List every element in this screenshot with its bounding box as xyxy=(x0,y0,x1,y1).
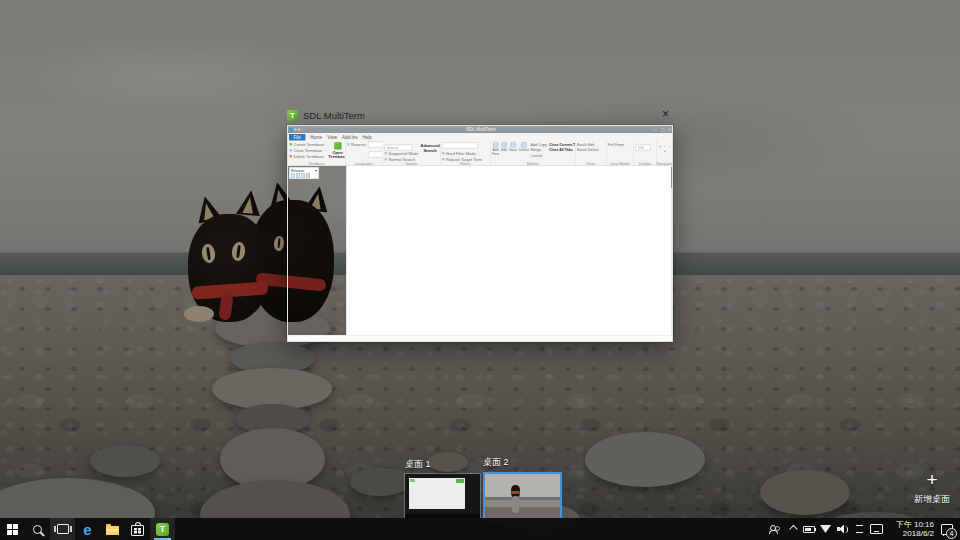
touch-keyboard-button[interactable] xyxy=(868,518,885,540)
group-languages: Reverse Languages xyxy=(346,141,384,166)
group-search: Search Sequential Mode Normal Search Adv… xyxy=(383,141,441,166)
add-new-icon xyxy=(493,142,499,148)
touch-keyboard-icon xyxy=(870,524,883,534)
group-display: 100 Display xyxy=(634,141,657,166)
edit-button: Edit xyxy=(501,148,507,152)
filter-dropdown xyxy=(442,143,478,149)
group-label: Display xyxy=(634,161,656,166)
desktop-2-stones-decor xyxy=(512,496,519,513)
browse-panel: Browse ▾ xyxy=(289,167,319,179)
group-label: Filters xyxy=(441,161,491,166)
multiterm-app-icon: T xyxy=(287,110,298,121)
desktop-1-thumbnail[interactable] xyxy=(405,474,480,518)
open-termbase-icon xyxy=(334,142,342,150)
battery-button[interactable] xyxy=(800,518,817,540)
new-desktop-button[interactable]: + 新增桌面 xyxy=(903,470,960,506)
taskbar: e T 下午 10:16 201 xyxy=(0,518,960,540)
task-view-button[interactable] xyxy=(50,518,75,540)
app-statusbar xyxy=(288,335,673,342)
system-tray: 下午 10:16 2018/6/2 4 xyxy=(766,518,960,540)
window-preview-title: SDL MultiTerm xyxy=(303,110,365,121)
people-icon-part xyxy=(769,530,778,534)
action-center-button[interactable]: 4 xyxy=(937,518,957,540)
source-language-dropdown xyxy=(368,142,383,148)
volume-button[interactable] xyxy=(834,518,851,540)
desktop-2-wallpaper-decor xyxy=(485,474,560,520)
ribbon-groups: Create Termbase Close Termbase Delete Te… xyxy=(288,141,673,166)
browse-label: Browse xyxy=(291,168,304,173)
chevron-up-icon xyxy=(789,525,797,533)
app-content-area xyxy=(346,166,673,335)
desktop-1-label: 桌面 1 xyxy=(405,458,480,471)
desktop-1-green-decor xyxy=(410,479,415,482)
display-spinner: 100 xyxy=(636,145,651,151)
cancel-button: Cancel xyxy=(531,153,547,159)
start-button[interactable] xyxy=(0,518,25,540)
full-form-button: Full Form xyxy=(608,142,632,148)
close-icon: ✕ xyxy=(668,127,671,132)
show-hidden-icons-button[interactable] xyxy=(783,518,800,540)
window-preview[interactable]: T SDL MultiTerm × SDL MultiTerm — ▢ ✕ xyxy=(287,108,673,342)
group-label: Tasks xyxy=(576,161,607,166)
scrollbar-thumb xyxy=(671,167,673,188)
navigation-arrows-icon: « ‹ › » xyxy=(658,145,673,154)
browse-toolbar-icons xyxy=(290,173,319,179)
ribbon-tabs: File Home View Add-Ins Help xyxy=(288,133,673,141)
edge-button[interactable]: e xyxy=(75,518,100,540)
store-icon xyxy=(131,525,144,536)
multiterm-window-thumbnail[interactable]: SDL MultiTerm — ▢ ✕ File Home View Add-I… xyxy=(287,125,673,342)
new-desktop-plus-icon: + xyxy=(903,470,960,489)
store-button[interactable] xyxy=(125,518,150,540)
group-input-model: Full Form Input Model xyxy=(607,141,635,166)
maximize-icon: ▢ xyxy=(661,127,665,132)
desktop-1-green-decor xyxy=(456,479,464,483)
target-language-dropdown xyxy=(368,152,383,158)
app-body: Browse ▾ xyxy=(288,166,673,335)
group-label: Search xyxy=(383,161,440,166)
edit-icon xyxy=(501,142,507,148)
close-window-button[interactable]: × xyxy=(662,108,669,120)
batch-delete-button: Batch Delete xyxy=(577,147,605,153)
group-editing: Add New Edit Save Delete Add Copy Merge … xyxy=(491,141,576,166)
open-termbase-button: Open Termbase xyxy=(326,150,345,159)
browse-toolbar-icon xyxy=(301,174,305,178)
minimize-icon: — xyxy=(653,127,657,132)
group-label: Languages xyxy=(346,161,383,166)
desktop-1[interactable]: 桌面 1 xyxy=(405,458,480,518)
clock-date: 2018/6/2 xyxy=(888,529,934,539)
group-label: Editing xyxy=(491,161,576,166)
ribbon: File Home View Add-Ins Help Create Termb… xyxy=(288,133,673,166)
reverse-languages-button: Reverse xyxy=(347,142,366,161)
desktop-2[interactable]: 桌面 2 xyxy=(483,456,562,522)
people-button[interactable] xyxy=(766,518,783,540)
volume-icon xyxy=(837,525,848,534)
task-view-screen: T SDL MultiTerm × SDL MultiTerm — ▢ ✕ xyxy=(0,0,960,540)
multiterm-icon: T xyxy=(156,523,169,536)
clock[interactable]: 下午 10:16 2018/6/2 xyxy=(885,520,937,539)
file-explorer-icon xyxy=(106,526,119,535)
search-icon xyxy=(33,525,42,534)
delete-icon xyxy=(521,142,527,148)
new-desktop-label: 新增桌面 xyxy=(903,493,960,506)
edge-icon: e xyxy=(83,522,91,537)
app-left-panel-transparent: Browse ▾ xyxy=(288,166,346,335)
network-button[interactable] xyxy=(817,518,834,540)
group-termbase: Create Termbase Close Termbase Delete Te… xyxy=(288,141,346,166)
desktop-2-thumbnail[interactable] xyxy=(483,472,562,522)
task-view-icon xyxy=(57,524,69,534)
ime-indicator-button[interactable] xyxy=(851,518,868,540)
window-preview-header[interactable]: T SDL MultiTerm × xyxy=(287,108,673,122)
browse-toolbar-icon xyxy=(296,174,300,178)
app-window-controls: — ▢ ✕ xyxy=(653,127,673,132)
volume-icon-part xyxy=(842,526,848,533)
ime-indicator-icon xyxy=(856,525,863,533)
browse-toolbar-icon xyxy=(306,174,310,178)
app-titlebar-title: SDL MultiTerm xyxy=(288,127,673,132)
multiterm-taskbar-button[interactable]: T xyxy=(150,518,175,540)
chevron-down-icon: ▾ xyxy=(315,168,317,173)
save-button: Save xyxy=(509,148,517,152)
delete-termbase-button: Delete Termbase xyxy=(290,154,325,160)
group-label: Input Model xyxy=(607,161,634,166)
search-button[interactable] xyxy=(25,518,50,540)
file-explorer-button[interactable] xyxy=(100,518,125,540)
